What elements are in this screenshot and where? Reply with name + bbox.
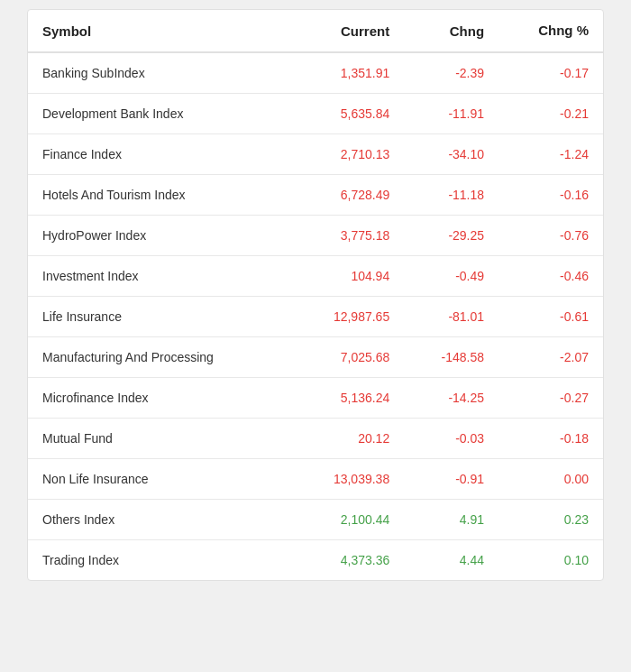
cell-chng: -11.91: [404, 94, 498, 134]
cell-chng: -0.49: [404, 256, 498, 297]
cell-chng: -148.58: [404, 337, 498, 378]
header-chng-pct: Chng %: [498, 10, 603, 52]
cell-symbol: Microfinance Index: [28, 378, 292, 419]
index-table: Symbol Current Chng Chng % Banking SubIn…: [28, 10, 603, 580]
cell-symbol: Trading Index: [28, 540, 292, 581]
table-row: Non Life Insurance13,039.38-0.910.00: [28, 459, 603, 500]
cell-symbol: Development Bank Index: [28, 94, 292, 134]
table-row: HydroPower Index3,775.18-29.25-0.76: [28, 216, 603, 256]
cell-current: 12,987.65: [292, 297, 404, 337]
cell-chng: -34.10: [404, 134, 498, 175]
cell-chng-pct: -0.46: [498, 256, 603, 297]
cell-current: 2,710.13: [292, 134, 404, 175]
cell-current: 5,635.84: [292, 94, 404, 134]
cell-chng-pct: -0.17: [498, 52, 603, 94]
cell-chng: -29.25: [404, 216, 498, 256]
cell-symbol: Manufacturing And Processing: [28, 337, 292, 378]
cell-chng-pct: -0.61: [498, 297, 603, 337]
table-header-row: Symbol Current Chng Chng %: [28, 10, 603, 52]
cell-current: 20.12: [292, 419, 404, 459]
cell-chng: 4.91: [404, 500, 498, 540]
cell-chng-pct: -0.76: [498, 216, 603, 256]
cell-chng: -0.91: [404, 459, 498, 500]
cell-chng-pct: -0.27: [498, 378, 603, 419]
cell-chng: -14.25: [404, 378, 498, 419]
cell-current: 7,025.68: [292, 337, 404, 378]
cell-chng-pct: 0.23: [498, 500, 603, 540]
table-row: Trading Index4,373.364.440.10: [28, 540, 603, 581]
cell-current: 6,728.49: [292, 175, 404, 216]
index-table-container: Symbol Current Chng Chng % Banking SubIn…: [27, 9, 604, 581]
table-row: Life Insurance12,987.65-81.01-0.61: [28, 297, 603, 337]
table-row: Manufacturing And Processing7,025.68-148…: [28, 337, 603, 378]
cell-symbol: Life Insurance: [28, 297, 292, 337]
cell-symbol: HydroPower Index: [28, 216, 292, 256]
cell-symbol: Mutual Fund: [28, 419, 292, 459]
cell-current: 2,100.44: [292, 500, 404, 540]
cell-current: 5,136.24: [292, 378, 404, 419]
cell-chng-pct: -1.24: [498, 134, 603, 175]
cell-current: 104.94: [292, 256, 404, 297]
table-row: Others Index2,100.444.910.23: [28, 500, 603, 540]
cell-chng-pct: -0.18: [498, 419, 603, 459]
cell-symbol: Finance Index: [28, 134, 292, 175]
header-symbol: Symbol: [28, 10, 292, 52]
table-row: Mutual Fund20.12-0.03-0.18: [28, 419, 603, 459]
cell-symbol: Hotels And Tourism Index: [28, 175, 292, 216]
cell-symbol: Investment Index: [28, 256, 292, 297]
cell-symbol: Others Index: [28, 500, 292, 540]
cell-chng-pct: -0.21: [498, 94, 603, 134]
cell-current: 13,039.38: [292, 459, 404, 500]
cell-chng: -81.01: [404, 297, 498, 337]
cell-symbol: Non Life Insurance: [28, 459, 292, 500]
table-row: Hotels And Tourism Index6,728.49-11.18-0…: [28, 175, 603, 216]
cell-chng-pct: -0.16: [498, 175, 603, 216]
table-row: Finance Index2,710.13-34.10-1.24: [28, 134, 603, 175]
header-current: Current: [292, 10, 404, 52]
cell-current: 3,775.18: [292, 216, 404, 256]
cell-symbol: Banking SubIndex: [28, 52, 292, 94]
cell-chng: 4.44: [404, 540, 498, 581]
table-row: Banking SubIndex1,351.91-2.39-0.17: [28, 52, 603, 94]
table-row: Microfinance Index5,136.24-14.25-0.27: [28, 378, 603, 419]
cell-current: 4,373.36: [292, 540, 404, 581]
cell-chng-pct: -2.07: [498, 337, 603, 378]
header-chng: Chng: [404, 10, 498, 52]
cell-current: 1,351.91: [292, 52, 404, 94]
cell-chng-pct: 0.00: [498, 459, 603, 500]
cell-chng: -11.18: [404, 175, 498, 216]
cell-chng: -0.03: [404, 419, 498, 459]
cell-chng: -2.39: [404, 52, 498, 94]
table-row: Investment Index104.94-0.49-0.46: [28, 256, 603, 297]
cell-chng-pct: 0.10: [498, 540, 603, 581]
table-row: Development Bank Index5,635.84-11.91-0.2…: [28, 94, 603, 134]
